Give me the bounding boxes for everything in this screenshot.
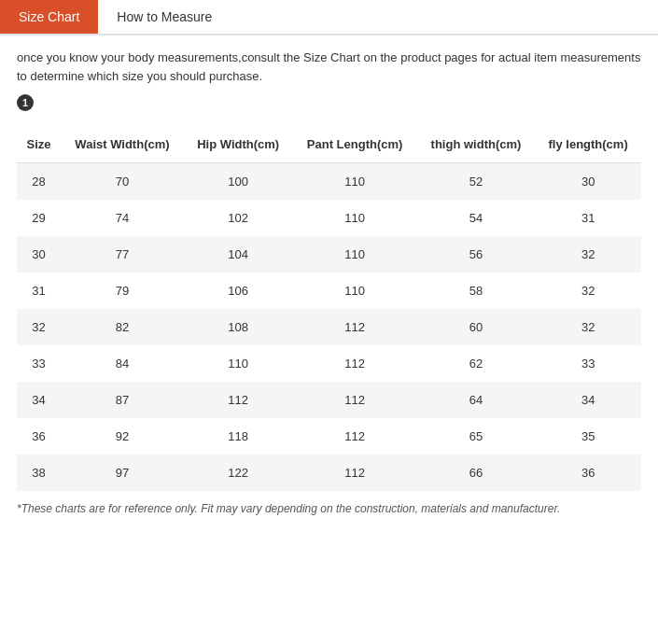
cell-7-1: 92 xyxy=(61,418,184,455)
cell-4-0: 32 xyxy=(17,309,61,345)
table-row: 30771041105632 xyxy=(17,236,641,273)
tabs-container: Size Chart How to Measure xyxy=(0,0,658,35)
cell-6-1: 87 xyxy=(61,382,184,418)
cell-1-1: 74 xyxy=(61,200,184,236)
cell-1-2: 102 xyxy=(184,200,293,236)
cell-0-4: 52 xyxy=(417,163,536,201)
table-row: 33841101126233 xyxy=(17,345,641,382)
col-header-waist: Waist Width(cm) xyxy=(61,126,184,163)
cell-1-5: 31 xyxy=(535,200,641,236)
cell-6-4: 64 xyxy=(417,382,536,418)
description-text: once you know your body measurements,con… xyxy=(17,49,641,85)
cell-0-1: 70 xyxy=(61,163,184,201)
cell-4-1: 82 xyxy=(61,309,184,345)
table-row: 31791061105832 xyxy=(17,273,641,309)
cell-3-4: 58 xyxy=(417,273,536,309)
cell-4-2: 108 xyxy=(184,309,293,345)
col-header-fly: fly length(cm) xyxy=(535,126,641,163)
cell-7-2: 118 xyxy=(184,418,293,455)
cell-6-2: 112 xyxy=(184,382,293,418)
cell-3-5: 32 xyxy=(535,273,641,309)
cell-7-3: 112 xyxy=(293,418,417,455)
step-badge: 1 xyxy=(17,94,34,111)
cell-8-5: 36 xyxy=(535,455,641,491)
cell-2-2: 104 xyxy=(184,236,293,273)
cell-8-1: 97 xyxy=(61,455,184,491)
cell-2-3: 110 xyxy=(293,236,417,273)
cell-1-4: 54 xyxy=(417,200,536,236)
footnote-text: *These charts are for reference only. Fi… xyxy=(17,502,641,515)
cell-3-3: 110 xyxy=(293,273,417,309)
cell-4-5: 32 xyxy=(535,309,641,345)
cell-7-0: 36 xyxy=(17,418,61,455)
cell-0-2: 100 xyxy=(184,163,293,201)
cell-6-5: 34 xyxy=(535,382,641,418)
table-row: 34871121126434 xyxy=(17,382,641,418)
cell-8-2: 122 xyxy=(184,455,293,491)
table-row: 32821081126032 xyxy=(17,309,641,345)
cell-2-1: 77 xyxy=(61,236,184,273)
table-row: 28701001105230 xyxy=(17,163,641,201)
col-header-thigh: thigh width(cm) xyxy=(417,126,536,163)
cell-4-4: 60 xyxy=(417,309,536,345)
cell-8-0: 38 xyxy=(17,455,61,491)
cell-5-0: 33 xyxy=(17,345,61,382)
cell-5-4: 62 xyxy=(417,345,536,382)
col-header-size: Size xyxy=(17,126,61,163)
table-row: 38971221126636 xyxy=(17,455,641,491)
cell-0-3: 110 xyxy=(293,163,417,201)
cell-4-3: 112 xyxy=(293,309,417,345)
col-header-hip: Hip Width(cm) xyxy=(184,126,293,163)
size-chart-table: Size Waist Width(cm) Hip Width(cm) Pant … xyxy=(17,126,641,491)
tab-how-to-measure[interactable]: How to Measure xyxy=(98,0,231,34)
cell-1-0: 29 xyxy=(17,200,61,236)
cell-2-0: 30 xyxy=(17,236,61,273)
cell-5-2: 110 xyxy=(184,345,293,382)
cell-5-3: 112 xyxy=(293,345,417,382)
cell-6-0: 34 xyxy=(17,382,61,418)
cell-0-0: 28 xyxy=(17,163,61,201)
cell-5-1: 84 xyxy=(61,345,184,382)
tab-size-chart[interactable]: Size Chart xyxy=(0,0,98,34)
table-row: 29741021105431 xyxy=(17,200,641,236)
table-header-row: Size Waist Width(cm) Hip Width(cm) Pant … xyxy=(17,126,641,163)
cell-2-4: 56 xyxy=(417,236,536,273)
cell-3-0: 31 xyxy=(17,273,61,309)
col-header-pant-length: Pant Length(cm) xyxy=(293,126,417,163)
cell-7-5: 35 xyxy=(535,418,641,455)
cell-8-3: 112 xyxy=(293,455,417,491)
cell-2-5: 32 xyxy=(535,236,641,273)
cell-0-5: 30 xyxy=(535,163,641,201)
cell-3-2: 106 xyxy=(184,273,293,309)
cell-7-4: 65 xyxy=(417,418,536,455)
cell-8-4: 66 xyxy=(417,455,536,491)
cell-6-3: 112 xyxy=(293,382,417,418)
cell-3-1: 79 xyxy=(61,273,184,309)
cell-1-3: 110 xyxy=(293,200,417,236)
content-area: once you know your body measurements,con… xyxy=(0,35,658,525)
table-row: 36921181126535 xyxy=(17,418,641,455)
cell-5-5: 33 xyxy=(535,345,641,382)
tab-bar: Size Chart How to Measure xyxy=(0,0,658,35)
